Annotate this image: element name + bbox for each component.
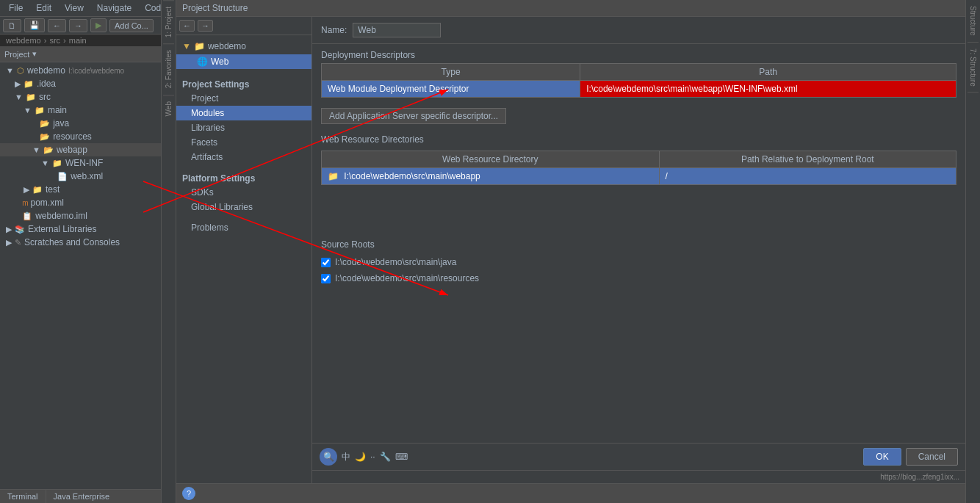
forward-btn[interactable]: →: [198, 20, 213, 32]
toolbar-add-config-btn[interactable]: Add Co...: [109, 19, 154, 32]
settings-item-artifacts[interactable]: Artifacts: [176, 150, 311, 164]
source-root-checkbox-1[interactable]: [321, 274, 331, 283]
back-btn[interactable]: ←: [179, 20, 195, 32]
iml-icon: 📋: [22, 211, 32, 221]
left-tab-favorites[interactable]: 2: Favorites: [163, 43, 174, 94]
libs-icon: 📚: [15, 225, 25, 234]
left-tab-web[interactable]: Web: [163, 95, 174, 122]
toolbar-new-btn[interactable]: 🗋: [3, 19, 21, 32]
breadcrumb-main[interactable]: main: [69, 36, 87, 45]
menu-view[interactable]: View: [59, 1, 90, 15]
keyboard-icon[interactable]: ⌨: [395, 452, 408, 462]
folder-icon-webapp: 📂: [43, 145, 54, 155]
tree-label-webapp: webapp: [57, 145, 87, 155]
deployment-path-0: I:\code\webdemo\src\main\webapp\WEN-INF\…: [580, 81, 956, 98]
module-label-webdemo[interactable]: webdemo: [208, 41, 246, 51]
deployment-descriptors-title: Deployment Descriptors: [321, 50, 956, 60]
settings-item-sdks[interactable]: SDKs: [176, 185, 311, 200]
tree-label-test: test: [46, 184, 60, 195]
tab-java-enterprise[interactable]: Java Enterprise: [46, 490, 117, 503]
source-roots-section: Source Roots I:\code\webdemo\src\main\ja…: [321, 239, 956, 285]
tree-label-java: java: [53, 118, 69, 129]
file-tree-content[interactable]: ▼ ⬡ webdemo I:\code\webdemo ▶ 📁 .idea ▼ …: [0, 62, 161, 489]
tree-label-idea: .idea: [37, 79, 56, 89]
expand-icon-libs: ▶: [6, 225, 12, 234]
folder-icon-java: 📂: [40, 119, 50, 129]
dots-icon[interactable]: ··: [370, 452, 375, 462]
module-label-web: Web: [211, 57, 228, 67]
menu-code[interactable]: Code: [139, 1, 162, 15]
tree-item-webapp[interactable]: ▼ 📂 webapp: [0, 143, 161, 156]
tree-item-scratches[interactable]: ▶ ✎ Scratches and Consoles: [0, 236, 161, 249]
main-content-area: Name: Deployment Descriptors Type Path: [312, 17, 965, 483]
module-item-web[interactable]: 🌐 Web: [176, 54, 311, 69]
settings-item-global-libraries[interactable]: Global Libraries: [176, 200, 311, 214]
settings-toolbar: ← →: [176, 17, 311, 35]
cancel-btn[interactable]: Cancel: [906, 448, 958, 466]
web-resource-title: Web Resource Directories: [321, 134, 956, 145]
toolbar-run-btn[interactable]: ▶: [90, 18, 107, 32]
content-header: Name:: [312, 17, 965, 44]
ok-btn[interactable]: OK: [863, 448, 901, 466]
module-icon: ⬡: [17, 66, 24, 76]
toolbar-forward-btn[interactable]: →: [69, 19, 87, 32]
search-circle-btn[interactable]: 🔍: [320, 448, 337, 466]
tree-item-java[interactable]: 📂 java: [0, 117, 161, 130]
col-path: Path: [580, 64, 956, 81]
right-tab-structure[interactable]: Structure: [968, 0, 979, 43]
menu-file[interactable]: File: [3, 1, 29, 15]
tab-terminal[interactable]: Terminal: [0, 490, 46, 503]
expand-icon-scratches: ▶: [6, 238, 12, 247]
tree-path-webdemo: I:\code\webdemo: [68, 67, 124, 75]
tree-label-wenINF: WEN-INF: [65, 158, 103, 168]
source-root-checkbox-0[interactable]: [321, 258, 331, 267]
toolbar-back-btn[interactable]: ←: [48, 19, 66, 32]
add-descriptor-btn[interactable]: Add Application Server specific descript…: [321, 108, 506, 124]
tree-item-main[interactable]: ▼ 📁 main: [0, 104, 161, 117]
tree-item-idea[interactable]: ▶ 📁 .idea: [0, 77, 161, 90]
toolbar-save-btn[interactable]: 💾: [24, 18, 45, 32]
menu-navigate[interactable]: Navigate: [91, 1, 137, 15]
breadcrumb-webdemo[interactable]: webdemo: [6, 36, 41, 45]
settings-panel: ← → ▼ 📁 webdemo 🌐 Web: [176, 17, 312, 483]
help-btn[interactable]: ?: [182, 487, 195, 500]
tree-item-pomxml[interactable]: m pom.xml: [0, 196, 161, 209]
resource-row-0[interactable]: 📁 I:\code\webdemo\src\main\webapp /: [322, 168, 956, 185]
spacer-webxml: [50, 172, 54, 181]
module-tree-header: ▼ 📁 webdemo: [176, 38, 311, 54]
folder-blue-icon: 📁: [328, 171, 339, 181]
moon-icon[interactable]: 🌙: [355, 452, 366, 462]
tree-label-webxml: web.xml: [71, 171, 103, 181]
tree-item-src[interactable]: ▼ 📁 src: [0, 90, 161, 104]
wrench-icon[interactable]: 🔧: [380, 452, 391, 462]
tree-label-pom: pom.xml: [30, 198, 63, 208]
project-dropdown[interactable]: Project: [4, 50, 29, 59]
tree-item-wenINF[interactable]: ▼ 📁 WEN-INF: [0, 156, 161, 170]
tree-item-test[interactable]: ▶ 📁 test: [0, 183, 161, 196]
tree-item-iml[interactable]: 📋 webdemo.iml: [0, 209, 161, 222]
tree-item-external-libs[interactable]: ▶ 📚 External Libraries: [0, 222, 161, 236]
name-input[interactable]: [353, 23, 441, 37]
tree-item-webdemo[interactable]: ▼ ⬡ webdemo I:\code\webdemo: [0, 64, 161, 77]
web-icon: 🌐: [197, 57, 208, 67]
right-tab-7-structure[interactable]: 7: Structure: [968, 43, 979, 93]
breadcrumb: webdemo › src › main: [0, 35, 161, 46]
tree-item-resources[interactable]: 📂 resources: [0, 130, 161, 143]
breadcrumb-src[interactable]: src: [49, 36, 60, 45]
chinese-ime-icon[interactable]: 中: [342, 451, 350, 463]
file-tree-header: Project ▾: [0, 46, 161, 62]
settings-item-facets[interactable]: Facets: [176, 135, 311, 150]
xml-icon-webxml: 📄: [57, 172, 68, 181]
tree-item-webxml[interactable]: 📄 web.xml: [0, 170, 161, 183]
settings-item-problems[interactable]: Problems: [176, 220, 311, 235]
settings-item-project[interactable]: Project: [176, 91, 311, 106]
settings-item-modules[interactable]: Modules: [176, 106, 311, 120]
module-folder-icon: 📁: [194, 41, 205, 51]
settings-item-libraries[interactable]: Libraries: [176, 120, 311, 135]
col-path-rel: Path Relative to Deployment Root: [659, 151, 956, 168]
resource-empty-space: [321, 188, 956, 232]
left-tab-project[interactable]: 1: Project: [163, 0, 174, 43]
menubar: File Edit View Navigate Code A: [0, 0, 161, 17]
deployment-row-0[interactable]: Web Module Deployment Descriptor I:\code…: [322, 81, 956, 98]
menu-edit[interactable]: Edit: [30, 1, 57, 15]
